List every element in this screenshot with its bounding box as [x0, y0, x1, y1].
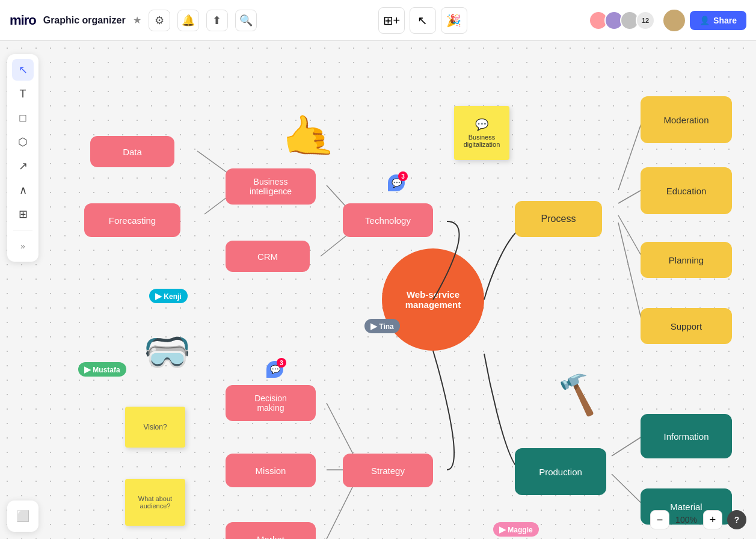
search-button[interactable]: 🔍 [235, 10, 257, 31]
node-bi[interactable]: Businessintelligence [226, 168, 316, 205]
header: miro Graphic organizer ★ ⚙ 🔔 ⬆ 🔍 ⊞+ ↖ 🎉 … [0, 0, 756, 41]
comment-count-2: 3 [277, 358, 286, 368]
celebrate-button[interactable]: 🎉 [441, 7, 467, 34]
comment-badge-1[interactable]: 💬 3 [388, 174, 405, 191]
node-crm[interactable]: CRM [226, 241, 310, 272]
share-button[interactable]: 👤 Share [690, 11, 746, 30]
svg-line-8 [327, 403, 357, 461]
svg-line-12 [612, 474, 644, 505]
svg-line-11 [612, 436, 644, 456]
board-title[interactable]: Graphic organizer [43, 15, 126, 26]
center-node-label: Web-servicemanagement [405, 289, 461, 310]
toolbar-divider [13, 230, 32, 230]
sticky-vision-label: Vision? [130, 423, 180, 431]
node-strategy[interactable]: Strategy [343, 454, 433, 487]
smart-layout-button[interactable]: ⊞+ [378, 7, 405, 34]
node-data[interactable]: Data [90, 136, 174, 167]
bottom-toolbar: ⬜ [7, 500, 38, 532]
node-market[interactable]: Market [226, 522, 316, 539]
bi-label: Businessintelligence [250, 177, 292, 196]
avatar-count[interactable]: 12 [636, 11, 655, 30]
header-left: miro Graphic organizer ★ ⚙ 🔔 ⬆ 🔍 [10, 10, 257, 31]
svg-line-6 [618, 215, 642, 257]
svg-line-4 [618, 120, 642, 190]
sticky-business-dig[interactable]: 💬 Businessdigitalization [454, 106, 509, 160]
header-center: ⊞+ ↖ 🎉 [378, 7, 467, 34]
left-toolbar: ↖ T □ ⬡ ↗ ∧ ⊞ » [7, 54, 38, 262]
sticky-audience[interactable]: What about audience? [125, 479, 185, 526]
node-production[interactable]: Production [515, 448, 606, 495]
frame-tool[interactable]: ⊞ [12, 203, 34, 225]
zoom-out-button[interactable]: − [650, 510, 669, 529]
cursor-button[interactable]: ↖ [410, 7, 436, 34]
share-icon: 👤 [699, 16, 710, 25]
svg-line-5 [618, 189, 642, 203]
zoom-level-display: 100% [674, 515, 698, 525]
svg-line-7 [618, 223, 642, 324]
glasses-illustration: 🥽 [143, 330, 191, 375]
miro-logo: miro [10, 13, 36, 28]
cursor-kenji: ▶ Kenji [149, 289, 188, 303]
node-decision[interactable]: Decisionmaking [226, 385, 316, 421]
zoom-controls: − 100% + ? [650, 510, 746, 529]
node-process[interactable]: Process [515, 201, 602, 237]
comment-count-1: 3 [398, 171, 408, 181]
more-tools[interactable]: » [12, 235, 34, 257]
sticky-bd-label: Businessdigitalization [464, 134, 500, 148]
cursor-maggie: ▶ Maggie [493, 522, 539, 537]
board-panel-button[interactable]: ⬜ [12, 505, 34, 527]
node-education[interactable]: Education [641, 167, 732, 214]
node-planning[interactable]: Planning [641, 242, 732, 278]
center-node[interactable]: Web-servicemanagement [382, 248, 484, 351]
select-tool[interactable]: ↖ [12, 59, 34, 81]
help-button[interactable]: ? [727, 510, 746, 529]
upload-button[interactable]: ⬆ [206, 10, 228, 31]
node-support[interactable]: Support [641, 308, 732, 344]
decision-label: Decisionmaking [254, 393, 287, 413]
node-moderation[interactable]: Moderation [641, 96, 732, 143]
cursor-mustafa: ▶ Mustafa [78, 362, 126, 377]
node-information[interactable]: Information [641, 414, 732, 458]
notifications-button[interactable]: 🔔 [177, 10, 199, 31]
svg-line-10 [327, 479, 357, 539]
hand-illustration: 🤙 [278, 108, 338, 165]
node-technology[interactable]: Technology [343, 203, 433, 237]
sticky-audience-label: What about audience? [130, 495, 180, 510]
node-mission[interactable]: Mission [226, 454, 316, 487]
avatar-group: 12 [589, 11, 655, 30]
sticky-vision[interactable]: Vision? [125, 407, 185, 448]
header-right: 12 👤 Share [589, 10, 746, 31]
draw-tool[interactable]: ∧ [12, 179, 34, 201]
arrow-tool[interactable]: ↗ [12, 155, 34, 177]
canvas[interactable]: Web-servicemanagement Data Forecasting B… [0, 41, 756, 539]
link-tool[interactable]: ⬡ [12, 131, 34, 153]
shape-tool[interactable]: □ [12, 107, 34, 129]
node-forecasting[interactable]: Forecasting [84, 203, 180, 237]
zoom-in-button[interactable]: + [703, 510, 722, 529]
tool-illustration: 🔨 [551, 367, 606, 420]
share-label: Share [713, 16, 737, 25]
comment-badge-2[interactable]: 💬 3 [266, 361, 283, 378]
settings-button[interactable]: ⚙ [149, 10, 170, 31]
star-icon[interactable]: ★ [133, 14, 141, 26]
text-tool[interactable]: T [12, 83, 34, 105]
current-user-avatar [663, 10, 685, 31]
